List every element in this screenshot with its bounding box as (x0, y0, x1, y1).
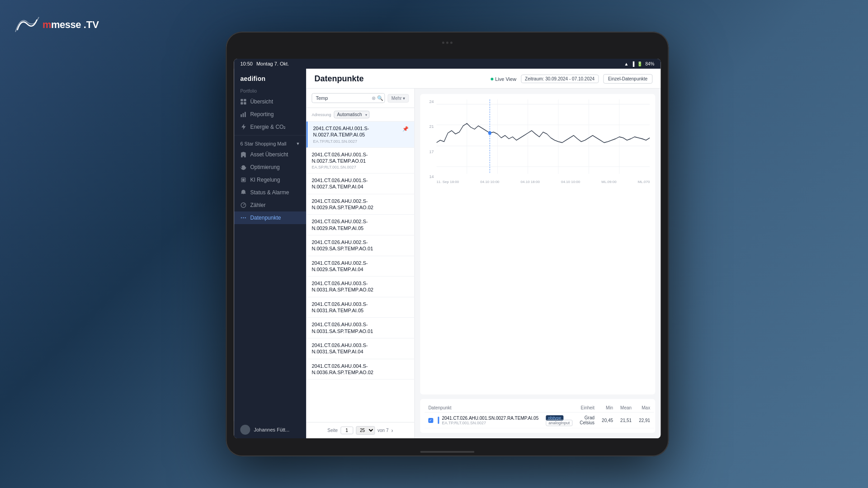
search-icon[interactable]: ⊗ 🔍 (372, 95, 383, 101)
chart-svg (436, 99, 650, 176)
svg-rect-5 (243, 113, 244, 117)
sidebar-item-zaehler[interactable]: Zähler (234, 199, 306, 211)
row-mean: 21,51 (617, 413, 635, 428)
cpu-icon (240, 177, 246, 183)
refresh-icon (240, 164, 246, 170)
svg-rect-8 (242, 178, 245, 181)
sidebar-uebersicht-label: Übersicht (250, 99, 273, 105)
pagination-input[interactable] (340, 427, 353, 434)
row-checkbox[interactable]: ✓ (428, 418, 433, 423)
col-header-datenpunkt: Datenpunkt (425, 404, 542, 413)
adressung-select[interactable]: Automatisch ▾ (334, 111, 369, 118)
chart-area: 11. Sep 18:00 04.10 10:00 04.10 18:00 04… (436, 99, 650, 185)
table-row: ✓ 2041.CT.026.AHU.001.SN.0027.RA.TEMP.AI… (425, 413, 654, 428)
tablet-top-dots (442, 42, 453, 44)
col-header-einheit: Einheit (576, 404, 598, 413)
list-item[interactable]: 2041.CT.026.AHU.003.S-N.0031.SA.SP.TEMP.… (306, 318, 414, 338)
search-wrap: ⊗ 🔍 (311, 93, 385, 103)
sidebar-item-energie[interactable]: Energie & CO₂ (234, 121, 306, 133)
list-item[interactable]: 2041.CT.026.AHU.002.S-N.0029.SA.SP.TEMP.… (306, 235, 414, 256)
chart-y-label-max: 24 (429, 99, 434, 104)
user-name: Johannes Fütt... (254, 427, 289, 432)
user-footer: Johannes Fütt... (234, 421, 306, 438)
pagination-of: von 7 (377, 428, 388, 433)
sidebar-item-asset-uebersicht[interactable]: Asset Übersicht (234, 148, 306, 161)
pagination-size-select[interactable]: 25 50 (356, 426, 375, 435)
sidebar-group-name: 6 Star Shopping Mall (240, 141, 286, 146)
mehr-button[interactable]: Mehr ▾ (388, 94, 409, 103)
adressung-arrow-icon: ▾ (365, 113, 367, 117)
chart-x-4: 04.10 10:00 (561, 180, 580, 184)
zeitraum-button[interactable]: Zeitraum: 30.09.2024 - 07.10.2024 (521, 75, 599, 83)
svg-rect-1 (244, 99, 246, 101)
sidebar-item-optimierung[interactable]: Optimierung (234, 161, 306, 174)
sidebar-item-status-alarme[interactable]: Status & Alarme (234, 186, 306, 199)
bell-icon (240, 189, 246, 196)
battery-icon: 🔋 (637, 61, 642, 66)
row-min: 20,45 (598, 413, 617, 428)
list-item[interactable]: 2041.CT.026.AHU.002.S-N.0029.RA.TEMP.AI.… (306, 215, 414, 235)
sidebar-ki-label: KI Regelung (250, 177, 280, 183)
chart-y-label-min: 14 (429, 174, 434, 179)
chart-y-label-mid2: 21 (429, 124, 434, 129)
sidebar-asset-label: Asset Übersicht (250, 151, 288, 158)
col-header-mean: Mean (617, 404, 635, 413)
sidebar-energie-label: Energie & CO₂ (250, 124, 286, 130)
app-content: aedifion Portfolio Übersicht Reporting (234, 69, 660, 438)
chart-x-2: 04.10 10:00 (480, 180, 499, 184)
svg-rect-6 (245, 112, 246, 117)
color-indicator (438, 417, 439, 424)
tablet-home-bar[interactable] (420, 451, 474, 453)
chart-x-labels: 11. Sep 18:00 04.10 10:00 04.10 18:00 04… (436, 180, 650, 184)
building-icon (240, 151, 246, 158)
status-time: 10:50 (240, 61, 253, 66)
sidebar-item-uebersicht[interactable]: Übersicht (234, 95, 306, 108)
row-name: 2041.CT.026.AHU.001.SN.0027.RA.TEMP.AI.0… (442, 416, 538, 421)
wifi-icon: ▲ (624, 61, 628, 66)
chevron-down-icon: ▼ (296, 141, 300, 146)
sidebar-item-datenpunkte[interactable]: Datenpunkte (234, 211, 306, 224)
list-item[interactable]: 2041.CT.026.AHU.003.S-N.0031.RA.TEMP.AI.… (306, 297, 414, 318)
data-table-container: Datenpunkt Einheit Min Mean Max (420, 399, 655, 433)
live-dot (491, 78, 493, 80)
export-button[interactable]: Einzel-Datenpunkte (603, 74, 652, 84)
messe-tv-logo: mmesse .TV (14, 14, 99, 36)
row-sub: EA.TP.RLT.001.SN.0027 (442, 421, 538, 425)
live-view-button[interactable]: Live View (491, 76, 516, 82)
sidebar-status-label: Status & Alarme (250, 189, 289, 196)
chart-x-6: ML.070 (638, 180, 650, 184)
chart-x-5: ML.09:00 (601, 180, 616, 184)
sidebar-item-reporting[interactable]: Reporting (234, 108, 306, 121)
adressung-label: Adressung (311, 113, 331, 117)
sidebar-zaehler-label: Zähler (250, 202, 265, 208)
data-list-panel: ⊗ 🔍 Mehr ▾ Adressung Automatisch ▾ (306, 89, 415, 438)
list-item[interactable]: 2041.CT.026.AHU.002.S-N.0029.RA.SP.TEMP.… (306, 194, 414, 215)
messe-logo-suffix: .TV (84, 19, 99, 30)
list-item[interactable]: 2041.CT.026.AHU.001.S-N.0027.SA.TEMP.AI.… (306, 174, 414, 194)
sidebar-portfolio-label: Portfolio (234, 86, 306, 95)
dots-icon (240, 215, 246, 221)
sidebar-group-label[interactable]: 6 Star Shopping Mall ▼ (234, 137, 306, 148)
header-controls: Live View Zeitraum: 30.09.2024 - 07.10.2… (491, 74, 652, 84)
main-body: ⊗ 🔍 Mehr ▾ Adressung Automatisch ▾ (306, 89, 660, 438)
list-item[interactable]: 2041.CT.026.AHU.003.S-N.0031.SA.TEMP.AI.… (306, 338, 414, 359)
col-header-tags (542, 404, 576, 413)
svg-rect-4 (241, 114, 242, 117)
sidebar-datenpunkte-label: Datenpunkte (250, 215, 281, 221)
svg-rect-0 (241, 99, 243, 101)
adressung-row: Adressung Automatisch ▾ (306, 108, 414, 122)
list-item[interactable]: 2041.CT.026.AHU.003.S-N.0031.RA.SP.TEMP.… (306, 277, 414, 297)
list-item[interactable]: 2041.CT.026.AHU.001.S-N.0027.SA.TEMP.AO.… (306, 148, 414, 174)
row-unit: GradCelsius (576, 413, 598, 428)
pagination-next-icon[interactable]: › (392, 427, 393, 434)
list-item[interactable]: 2041.CT.026.AHU.002.S-N.0029.SA.TEMP.AI.… (306, 256, 414, 277)
sidebar-item-ki-regelung[interactable]: KI Regelung (234, 174, 306, 186)
list-item[interactable]: 2041.CT.026.AHU.004.S-N.0036.RA.SP.TEMP.… (306, 359, 414, 380)
list-item[interactable]: 2041.CT.026.AHU.001.S-N.0027.RA.TEMP.AI.… (306, 122, 414, 148)
tag-analoginput[interactable]: analogInput (546, 420, 572, 426)
chart-y-label-mid1: 17 (429, 150, 434, 154)
chart-bar-icon (240, 111, 246, 117)
data-table: Datenpunkt Einheit Min Mean Max (425, 404, 654, 428)
col-header-min: Min (598, 404, 617, 413)
grid-icon (240, 99, 246, 105)
